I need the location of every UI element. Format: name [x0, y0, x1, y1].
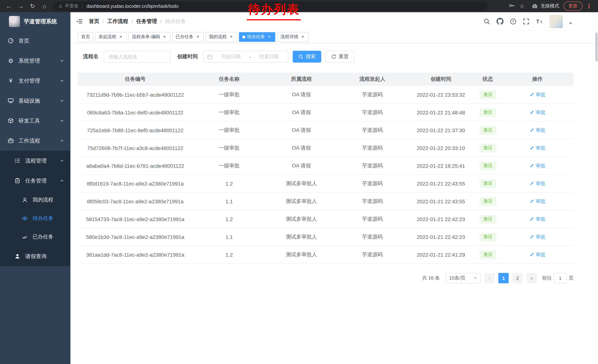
tab-item[interactable]: 我的流程×: [206, 32, 237, 42]
sidebar-item-payment[interactable]: ¥ 支付管理: [0, 71, 70, 91]
sidebar-item-devtools[interactable]: 研发工具: [0, 111, 70, 131]
cell-task-name: 1.1: [193, 228, 266, 245]
edit-icon: [530, 163, 534, 168]
cell-create-time: 2022-01-21 22:42:23: [407, 228, 474, 245]
page-button-1[interactable]: 1: [498, 273, 509, 283]
approve-button[interactable]: 审批: [530, 145, 545, 151]
sidebar-toggle-icon[interactable]: [76, 18, 83, 25]
cell-task-id: 75d72608-7b7f-11ec-a3c8-acde48001122: [78, 139, 193, 157]
sidebar-item-label: 待办任务: [33, 215, 53, 222]
github-icon[interactable]: [497, 18, 504, 25]
tab-item[interactable]: 首页: [78, 32, 93, 42]
tab-item[interactable]: 流程详情×: [277, 32, 309, 42]
status-badge: 激活: [480, 233, 496, 241]
prev-page-button[interactable]: ‹: [484, 273, 495, 283]
omnibox-divider: [83, 3, 83, 9]
edit-icon: [530, 146, 534, 150]
forward-icon[interactable]: →: [16, 0, 25, 12]
cell-task-name: 1.2: [193, 210, 266, 228]
sidebar-item-my-process[interactable]: 我的流程: [0, 191, 70, 209]
close-icon[interactable]: ×: [162, 34, 167, 40]
table-row[interactable]: 381aa1dd-7ac8-11ec-a9e2-a2380e71991a 1.2…: [78, 246, 573, 264]
approve-button[interactable]: 审批: [530, 234, 545, 240]
table-row[interactable]: 069c6a63-7b8a-11ec-8ef0-acde48001122 一级审…: [78, 104, 573, 121]
table-row[interactable]: a6aba0a4-7b6d-11ec-b781-acde48001122 一级审…: [78, 157, 573, 175]
sidebar-item-label: 流程管理: [25, 157, 47, 164]
col-actions: 操作: [501, 73, 573, 86]
sidebar-item-infrastructure[interactable]: 基础设施: [0, 91, 70, 111]
table-row[interactable]: 725a1eb6-7b88-11ec-8ef0-acde48001122 一级审…: [78, 121, 573, 139]
fullscreen-icon[interactable]: [523, 18, 530, 25]
sidebar-item-workflow[interactable]: 工作流程: [0, 131, 70, 151]
approve-button[interactable]: 审批: [530, 109, 545, 116]
next-page-button[interactable]: ›: [526, 273, 537, 283]
tab-item[interactable]: 发起流程×: [95, 32, 127, 42]
cell-initiator: 芋道源码: [337, 193, 407, 210]
cell-task-id: 580e1b3d-7ac8-11ec-a9e2-a2380e71991a: [78, 228, 193, 245]
approve-button[interactable]: 审批: [530, 216, 545, 222]
password-key-icon[interactable]: [507, 3, 517, 10]
sidebar-item-task-management[interactable]: 任务管理: [0, 171, 70, 191]
breadcrumb-task-management[interactable]: 任务管理: [136, 18, 157, 25]
avatar-caret-icon[interactable]: [569, 23, 572, 24]
tab-label: 已办任务: [176, 34, 193, 40]
sidebar-item-system[interactable]: ⚙ 系统管理: [0, 51, 70, 71]
total-count: 共 16 条: [422, 275, 440, 281]
approve-button[interactable]: 审批: [530, 162, 545, 169]
close-icon[interactable]: ×: [118, 34, 123, 40]
reset-button[interactable]: 重置: [326, 51, 354, 63]
help-icon[interactable]: ?: [510, 18, 516, 25]
sidebar-item-label: 首页: [18, 37, 29, 44]
close-icon[interactable]: ×: [267, 34, 272, 40]
reload-icon[interactable]: ↻: [28, 0, 37, 12]
table-row[interactable]: 73211d9d-7b9b-11ec-b5b7-acde48001122 一级审…: [78, 86, 573, 104]
status-badge: 激活: [480, 108, 496, 116]
user-avatar[interactable]: [549, 15, 563, 28]
table-row[interactable]: 8f059c03-7ac8-11ec-a9e2-a2380e71991a 1.1…: [78, 193, 573, 210]
close-icon[interactable]: ×: [195, 34, 200, 40]
close-icon[interactable]: ×: [300, 34, 305, 40]
browser-update-button[interactable]: 更新: [564, 1, 582, 11]
search-icon[interactable]: [483, 18, 490, 25]
table-row[interactable]: 8f0d1619-7ac8-11ec-a9e2-a2380e71991a 1.2…: [78, 175, 573, 193]
sidebar-item-todo-task[interactable]: 待办任务: [0, 209, 70, 228]
page-size-select[interactable]: 10条/页: [445, 273, 481, 283]
font-size-icon[interactable]: TT: [536, 18, 543, 25]
bookmark-star-icon[interactable]: ☆: [517, 3, 527, 9]
breadcrumb-workflow[interactable]: 工作流程: [108, 18, 128, 25]
back-icon[interactable]: ←: [4, 0, 14, 12]
tab-item[interactable]: 已办任务×: [172, 32, 204, 42]
goto-page-input[interactable]: [554, 273, 566, 283]
approve-button[interactable]: 审批: [530, 91, 545, 98]
sidebar-item-label: 研发工具: [18, 117, 40, 124]
tab-item[interactable]: 待办任务×: [239, 32, 275, 42]
table-row[interactable]: 75d72608-7b7f-11ec-a3c8-acde48001122 一级审…: [78, 139, 573, 157]
page-button-2[interactable]: 2: [512, 273, 523, 283]
approve-button[interactable]: 审批: [530, 251, 545, 258]
page-url: dashboard.yudao.iocoder.cn/bpm/task/todo: [86, 3, 179, 9]
approve-button[interactable]: 审批: [530, 180, 545, 187]
approve-button[interactable]: 审批: [530, 198, 545, 205]
cell-task-id: 381aa1dd-7ac8-11ec-a9e2-a2380e71991a: [78, 246, 193, 263]
sidebar-item-leave-query[interactable]: 请假查询: [0, 246, 70, 266]
sidebar-item-process-management[interactable]: 流程管理: [0, 151, 70, 171]
app-logo[interactable]: 芋道管理系统: [0, 12, 70, 31]
home-icon[interactable]: ⌂: [40, 0, 49, 12]
cell-initiator: 芋道源码: [337, 139, 407, 157]
breadcrumb-home[interactable]: 首页: [89, 18, 99, 25]
chevron-down-icon: [60, 119, 64, 123]
process-name-input[interactable]: [104, 51, 170, 63]
date-range-picker[interactable]: 开始日期 - 结束日期: [203, 51, 288, 63]
browser-menu-icon[interactable]: ⋮: [586, 3, 592, 10]
approve-button[interactable]: 审批: [530, 127, 545, 133]
sidebar-item-home[interactable]: 首页: [0, 31, 70, 51]
active-tab-dot: [242, 35, 245, 38]
table-row[interactable]: 58154733-7ac8-11ec-a9e2-a2380e71991a 1.2…: [78, 210, 573, 228]
tab-item[interactable]: 流程表单-编辑×: [129, 32, 170, 42]
svg-text:T: T: [540, 20, 542, 24]
search-button[interactable]: 搜索: [293, 51, 321, 63]
table-row[interactable]: 580e1b3d-7ac8-11ec-a9e2-a2380e71991a 1.1…: [78, 228, 573, 246]
sidebar-item-done-task[interactable]: 已办任务: [0, 228, 70, 246]
page-scrollbar-thumb[interactable]: [595, 32, 598, 61]
close-icon[interactable]: ×: [229, 34, 234, 40]
